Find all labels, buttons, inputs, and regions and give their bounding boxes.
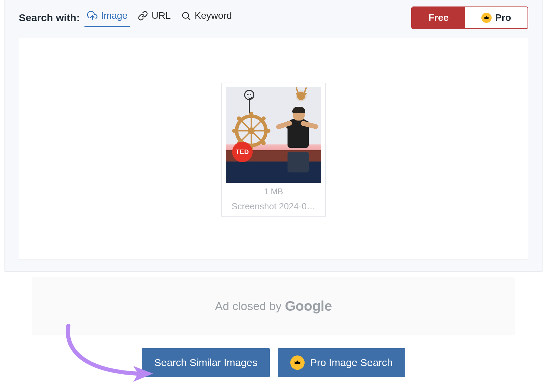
action-row: Search Similar Images Pro Image Search [0, 348, 547, 389]
plan-free-label: Free [428, 12, 449, 23]
tab-image[interactable]: Image [84, 7, 130, 29]
plan-pro-button[interactable]: Pro [465, 7, 528, 28]
upload-cloud-icon [87, 11, 97, 21]
button-label: Pro Image Search [310, 357, 393, 368]
uploaded-thumbnail-image: TED [226, 87, 321, 183]
pro-image-search-button[interactable]: Pro Image Search [278, 348, 405, 377]
crown-icon [481, 13, 492, 23]
top-bar: Search with: Image URL [4, 0, 543, 29]
search-with-label: Search with: [19, 12, 80, 24]
search-panel: Search with: Image URL [4, 0, 543, 272]
search-icon [181, 11, 191, 21]
thumbnail-filename: Screenshot 2024-0… [231, 201, 316, 212]
svg-point-0 [183, 12, 189, 18]
tab-label: Keyword [195, 10, 232, 21]
crown-icon [290, 355, 305, 370]
search-with-group: Search with: Image URL [19, 7, 235, 29]
ad-closed-text: Ad closed by [215, 299, 282, 313]
google-logo-text: Google [285, 298, 332, 314]
plan-free-button[interactable]: Free [412, 7, 465, 28]
ted-badge: TED [232, 142, 253, 162]
ad-banner-closed: Ad closed by Google [32, 277, 515, 335]
tab-keyword[interactable]: Keyword [178, 7, 235, 29]
upload-dropzone[interactable]: TED 1 MB Screenshot 2024-0… [19, 38, 528, 260]
uploaded-thumbnail-card[interactable]: TED 1 MB Screenshot 2024-0… [221, 83, 326, 217]
tab-url[interactable]: URL [135, 7, 173, 29]
tab-label: URL [151, 10, 171, 21]
thumbnail-filesize: 1 MB [264, 187, 283, 196]
plan-toggle: Free Pro [411, 6, 528, 29]
svg-line-1 [188, 18, 190, 19]
button-label: Search Similar Images [154, 357, 257, 368]
search-similar-images-button[interactable]: Search Similar Images [142, 348, 270, 377]
plan-pro-label: Pro [495, 12, 511, 23]
link-icon [138, 11, 148, 21]
tab-label: Image [101, 10, 128, 21]
